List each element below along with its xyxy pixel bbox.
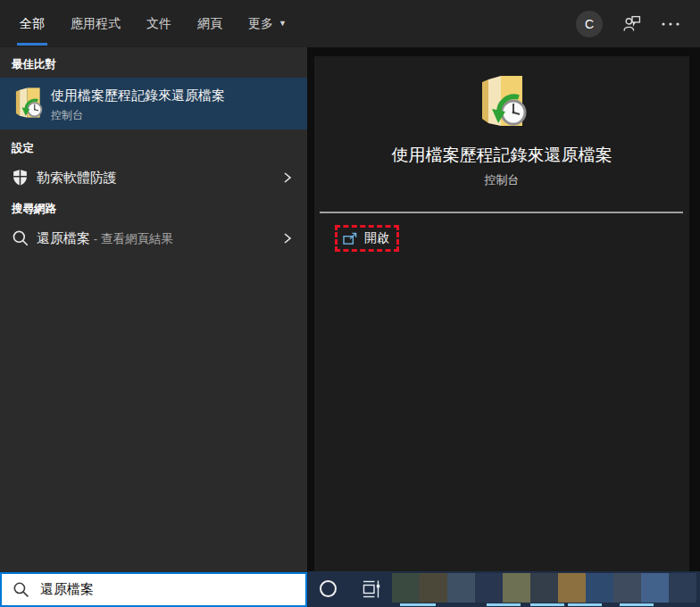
- tab-web-label: 網頁: [197, 16, 222, 32]
- section-search-web: 搜尋網路: [12, 202, 56, 217]
- tab-apps[interactable]: 應用程式: [71, 16, 121, 32]
- open-external-icon: [343, 232, 358, 245]
- taskbar-app-thumbnail[interactable]: [392, 573, 420, 603]
- tab-web[interactable]: 網頁: [197, 16, 222, 32]
- best-match-title: 使用檔案歷程記錄來還原檔案: [51, 87, 225, 104]
- taskbar-app-thumbnail[interactable]: [503, 573, 530, 603]
- search-icon: [12, 229, 29, 247]
- settings-result-label: 勒索軟體防護: [37, 170, 117, 187]
- search-header: 全部 應用程式 文件 網頁 更多 ▼ C: [0, 0, 700, 47]
- tab-more-label: 更多: [248, 16, 273, 32]
- taskbar-app-thumbnail[interactable]: [530, 573, 558, 603]
- file-history-icon: [11, 86, 45, 120]
- tab-more[interactable]: 更多 ▼: [248, 16, 287, 32]
- taskbar-running-indicator: [530, 603, 564, 606]
- taskbar-app-thumbnail[interactable]: [586, 573, 613, 603]
- taskbar-search-box[interactable]: [0, 572, 307, 607]
- tab-documents-label: 文件: [146, 16, 171, 32]
- preview-panel: 使用檔案歷程記錄來還原檔案 控制台 開啟: [314, 56, 689, 571]
- taskbar-app-thumbnail[interactable]: [558, 573, 586, 603]
- taskbar-app-thumbnail[interactable]: [613, 573, 641, 603]
- taskbar: [307, 571, 700, 607]
- open-action[interactable]: 開啟: [335, 225, 399, 252]
- taskbar-app-thumbnail[interactable]: [420, 573, 447, 603]
- taskbar-running-indicator: [400, 603, 436, 606]
- taskbar-thumbnails: [392, 573, 696, 603]
- settings-result-ransomware[interactable]: 勒索軟體防護: [0, 161, 307, 195]
- tab-apps-label: 應用程式: [71, 16, 121, 32]
- defender-shield-icon: [12, 169, 29, 187]
- feedback-icon[interactable]: [622, 14, 641, 33]
- windows-search-panel: 全部 應用程式 文件 網頁 更多 ▼ C: [0, 0, 700, 607]
- web-search-query: 還原檔案: [37, 230, 90, 245]
- cortana-icon[interactable]: [320, 580, 337, 597]
- task-view-icon[interactable]: [362, 580, 381, 598]
- preview-divider: [320, 212, 683, 213]
- chevron-right-icon: [282, 171, 293, 184]
- taskbar-app-thumbnail[interactable]: [475, 573, 503, 603]
- taskbar-app-thumbnail[interactable]: [641, 573, 669, 603]
- header-actions: C: [576, 0, 680, 47]
- taskbar-running-indicator: [620, 603, 654, 606]
- search-icon: [12, 581, 29, 598]
- tab-all[interactable]: 全部: [20, 16, 45, 32]
- user-avatar[interactable]: C: [576, 11, 603, 37]
- results-panel: 最佳比對 使用檔案歷程記錄來還原檔案 控制台 設定 勒索軟體防護 搜尋網路: [0, 47, 307, 572]
- search-input[interactable]: [38, 581, 283, 598]
- web-search-suffix: - 查看網頁結果: [90, 232, 173, 245]
- taskbar-running-indicator: [568, 603, 602, 606]
- section-settings: 設定: [12, 141, 34, 156]
- taskbar-app-thumbnail[interactable]: [669, 573, 696, 603]
- web-search-label: 還原檔案 - 查看網頁結果: [37, 230, 173, 247]
- open-action-label: 開啟: [364, 230, 389, 246]
- web-search-result[interactable]: 還原檔案 - 查看網頁結果: [0, 221, 307, 255]
- chevron-down-icon: ▼: [279, 20, 287, 28]
- best-match-subtitle: 控制台: [51, 108, 83, 123]
- more-options-icon[interactable]: [661, 21, 680, 27]
- preview-subtitle: 控制台: [314, 172, 689, 188]
- avatar-letter: C: [585, 17, 594, 31]
- section-best-match: 最佳比對: [12, 57, 56, 72]
- chevron-right-icon: [282, 232, 293, 245]
- tab-documents[interactable]: 文件: [146, 16, 171, 32]
- filter-tabs: 全部 應用程式 文件 網頁 更多 ▼: [20, 0, 287, 47]
- tab-all-label: 全部: [20, 16, 45, 32]
- taskbar-app-thumbnail[interactable]: [447, 573, 475, 603]
- best-match-result[interactable]: 使用檔案歷程記錄來還原檔案 控制台: [0, 78, 307, 129]
- preview-title: 使用檔案歷程記錄來還原檔案: [314, 144, 689, 167]
- taskbar-running-indicator: [487, 603, 521, 606]
- file-history-icon-large: [473, 72, 530, 129]
